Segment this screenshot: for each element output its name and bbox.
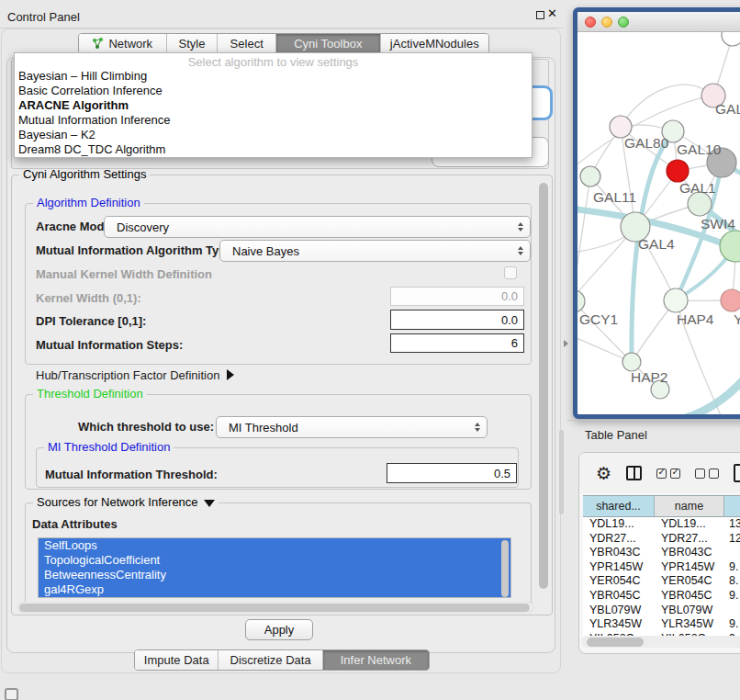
- splitter-handle[interactable]: [559, 430, 564, 514]
- gear-icon[interactable]: ⚙: [596, 465, 611, 482]
- node-unlabeled[interactable]: [722, 32, 740, 46]
- network-graph-canvas[interactable]: GAL GAL80 GAL10 GAL1 GAL11 SWI4 GAL4 GCY…: [577, 32, 740, 419]
- table-row[interactable]: YPR145WYPR145W9.: [583, 560, 740, 575]
- attribute-item-selected[interactable]: SelfLoops: [39, 538, 510, 553]
- application-window: Control Panel ✕ Network Style Select Cyn…: [0, 0, 740, 700]
- node-right-edge[interactable]: [720, 231, 740, 262]
- node-label: HAP2: [631, 369, 668, 385]
- tab-style[interactable]: Style: [167, 34, 219, 53]
- dropdown-item[interactable]: Basic Correlation Inference: [15, 84, 532, 98]
- table-toolbar: ⚙: [579, 453, 740, 493]
- settings-vscroll-thumb[interactable]: [539, 183, 548, 589]
- tab-discretize-data[interactable]: Discretize Data: [219, 650, 322, 670]
- hub-section-toggle[interactable]: Hub/Transcription Factor Definition: [36, 368, 234, 382]
- threshold-definition-title: Threshold Definition: [33, 387, 147, 401]
- node-gal1-selected[interactable]: [667, 160, 689, 182]
- dropdown-item[interactable]: Mutual Information Inference: [15, 113, 532, 128]
- kernel-width-field[interactable]: 0.0: [390, 287, 524, 306]
- tab-infer-label: Infer Network: [341, 653, 411, 667]
- cyni-algorithm-settings-group: Cyni Algorithm Settings Algorithm Defini…: [11, 175, 553, 615]
- table-horizontal-scrollbar[interactable]: [581, 636, 740, 648]
- dpi-tolerance-field[interactable]: 0.0: [390, 310, 524, 330]
- manual-kernel-checkbox[interactable]: [504, 266, 517, 279]
- node-salmon[interactable]: [721, 289, 740, 311]
- node-hap4[interactable]: [664, 288, 688, 312]
- settings-hscroll-thumb[interactable]: [19, 604, 530, 612]
- node-label: GAL10: [677, 141, 722, 157]
- table-row[interactable]: YBL079WYBL079W: [583, 604, 740, 618]
- column-layout-icon[interactable]: [626, 466, 642, 480]
- mi-steps-field[interactable]: 6: [390, 333, 524, 353]
- table-hscroll-thumb[interactable]: [587, 638, 644, 647]
- tab-network[interactable]: Network: [79, 34, 167, 53]
- tab-select[interactable]: Select: [218, 34, 276, 53]
- dropdown-item[interactable]: Dream8 DC_TDC Algorithm: [15, 142, 532, 157]
- column-header-name[interactable]: name: [655, 496, 724, 516]
- bottom-tabbar: Impute Data Discretize Data Infer Networ…: [134, 649, 430, 671]
- dpi-tolerance-label: DPI Tolerance [0,1]:: [36, 314, 146, 328]
- dropdown-item[interactable]: Bayesian – Hill Climbing: [15, 69, 532, 84]
- table-row[interactable]: YBR043CYBR043C: [583, 546, 740, 560]
- table-row[interactable]: YLR345WYLR345W9.: [583, 617, 740, 632]
- node-label: GAL80: [624, 135, 669, 151]
- mi-type-combo[interactable]: Naive Bayes: [219, 240, 531, 262]
- column-header-shared-name[interactable]: shared...: [583, 496, 655, 516]
- manual-kernel-label: Manual Kernel Width Definition: [36, 267, 212, 281]
- minimize-window-icon[interactable]: [601, 17, 612, 28]
- column-header-third[interactable]: [724, 496, 740, 516]
- tab-impute-data[interactable]: Impute Data: [135, 650, 219, 670]
- expanded-arrow-icon: [204, 500, 215, 507]
- sources-group-title[interactable]: Sources for Network Inference: [33, 495, 219, 509]
- tab-cyni-toolbox[interactable]: Cyni Toolbox: [276, 34, 380, 53]
- which-threshold-label: Which threshold to use:: [78, 420, 214, 434]
- attribute-item-selected[interactable]: gal4RGexp: [39, 582, 510, 597]
- tab-infer-network[interactable]: Infer Network: [323, 650, 429, 670]
- tab-jactivemnodules[interactable]: jActiveMNodules: [381, 34, 488, 53]
- table-row[interactable]: YDL19...YDL19...13: [583, 517, 740, 532]
- node-label: GAL: [715, 101, 740, 117]
- deselect-all-checkboxes-icon[interactable]: [695, 469, 719, 479]
- control-panel-tabbar: Network Style Select Cyni Toolbox jActiv…: [78, 33, 489, 54]
- table-row[interactable]: YER054CYER054C8.: [583, 574, 740, 589]
- mi-threshold-field[interactable]: 0.5: [387, 463, 517, 483]
- data-attributes-list: SelfLoops TopologicalCoefficient Between…: [38, 537, 511, 598]
- table-row[interactable]: YBR045CYBR045C9.: [583, 589, 740, 604]
- data-attributes-label: Data Attributes: [32, 517, 118, 531]
- kernel-width-label: Kernel Width (0,1):: [36, 291, 141, 305]
- node-label: GAL4: [638, 236, 675, 252]
- kernel-width-value: 0.0: [501, 289, 518, 303]
- settings-horizontal-scrollbar[interactable]: [17, 602, 533, 613]
- splitter-arrow-icon[interactable]: [564, 340, 568, 347]
- node-gcy1[interactable]: [577, 290, 585, 312]
- new-table-icon[interactable]: [734, 464, 740, 482]
- network-window-titlebar[interactable]: [577, 12, 740, 32]
- apply-button[interactable]: Apply: [245, 619, 313, 640]
- which-threshold-combo[interactable]: MI Threshold: [216, 416, 488, 438]
- node-gal11[interactable]: [580, 166, 600, 186]
- settings-vertical-scrollbar[interactable]: [538, 181, 549, 596]
- attribute-item-selected[interactable]: BetweennessCentrality: [39, 568, 510, 582]
- tab-network-label: Network: [108, 37, 152, 51]
- select-all-checkboxes-icon[interactable]: [656, 469, 680, 479]
- attribute-list-scrollbar[interactable]: [501, 540, 509, 597]
- zoom-window-icon[interactable]: [618, 17, 629, 28]
- hub-section-label: Hub/Transcription Factor Definition: [36, 368, 219, 382]
- table-row[interactable]: YDR27...YDR27...12: [583, 532, 740, 547]
- stepper-icon: [518, 246, 523, 255]
- close-panel-icon[interactable]: ✕: [547, 6, 557, 20]
- node-label: HAP4: [677, 311, 714, 327]
- stepper-icon: [518, 222, 523, 231]
- close-window-icon[interactable]: [585, 17, 596, 28]
- node-hap2[interactable]: [622, 353, 641, 371]
- dropdown-item-selected[interactable]: ARACNE Algorithm: [15, 98, 532, 113]
- attribute-item-selected[interactable]: TopologicalCoefficient: [39, 553, 510, 568]
- aracne-mode-combo[interactable]: Discovery: [104, 216, 531, 238]
- tab-impute-label: Impute Data: [144, 653, 209, 667]
- mi-steps-value: 6: [511, 336, 518, 350]
- float-panel-icon[interactable]: [536, 11, 544, 19]
- collapsed-panel-icon[interactable]: [5, 688, 18, 700]
- stepper-icon: [475, 423, 480, 432]
- control-panel-title: Control Panel: [7, 10, 80, 24]
- dropdown-item[interactable]: Bayesian – K2: [15, 128, 532, 142]
- mi-type-label: Mutual Information Algorithm Type:: [36, 243, 237, 257]
